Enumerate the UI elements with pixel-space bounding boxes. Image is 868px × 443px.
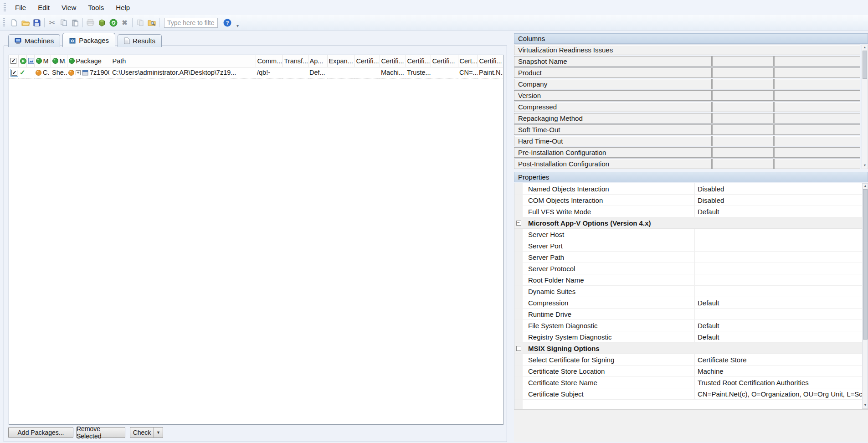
- menu-edit[interactable]: Edit: [32, 2, 56, 13]
- columns-scrollbar[interactable]: ▲ ▼: [862, 45, 868, 169]
- columns-row[interactable]: Soft Time-Out: [514, 124, 712, 135]
- property-row[interactable]: Server Port: [514, 240, 862, 252]
- tab-packages[interactable]: Packages: [62, 33, 115, 47]
- columns-row-cell[interactable]: [774, 56, 860, 67]
- property-row[interactable]: Server Host: [514, 229, 862, 240]
- check-dropdown-button[interactable]: ▼: [154, 427, 163, 438]
- columns-row-cell[interactable]: [712, 136, 774, 146]
- check-button[interactable]: Check: [130, 427, 154, 438]
- columns-row[interactable]: Virtualization Readiness Issues: [514, 45, 860, 55]
- property-row[interactable]: Server Path: [514, 252, 862, 263]
- help-button[interactable]: ?: [221, 17, 233, 28]
- property-value[interactable]: Default: [694, 331, 862, 342]
- property-value[interactable]: [694, 229, 862, 240]
- property-value[interactable]: Disabled: [694, 183, 862, 194]
- columns-row-cell[interactable]: [712, 124, 774, 135]
- expand-plus-icon[interactable]: +: [76, 70, 81, 75]
- copy-results-button[interactable]: [134, 17, 146, 28]
- property-value[interactable]: [694, 274, 862, 285]
- certificate-column-header-4[interactable]: Certifi...: [431, 55, 458, 67]
- menu-tools[interactable]: Tools: [82, 2, 110, 13]
- columns-row-cell[interactable]: [712, 159, 774, 169]
- columns-row[interactable]: Product: [514, 67, 712, 78]
- property-value[interactable]: Trusted Root Certification Authorities: [694, 377, 862, 388]
- columns-row[interactable]: Hard Time-Out: [514, 136, 712, 146]
- columns-row[interactable]: Repackaging Method: [514, 113, 712, 124]
- scrollbar-thumb[interactable]: [863, 51, 867, 79]
- certificate-column-header-2[interactable]: Certifi...: [380, 55, 406, 67]
- collapse-minus-icon[interactable]: −: [516, 346, 521, 351]
- add-packages-button[interactable]: Add Packages...: [8, 427, 73, 438]
- property-value[interactable]: Machine: [694, 366, 862, 376]
- collapse-minus-icon[interactable]: −: [516, 221, 521, 226]
- path-column-header[interactable]: Path: [111, 55, 256, 67]
- cut-button[interactable]: ✂: [46, 17, 58, 28]
- columns-row-cell[interactable]: [712, 56, 774, 67]
- properties-scrollbar[interactable]: ▲ ▼: [862, 183, 868, 409]
- row-checkbox-cell[interactable]: ✓: [9, 67, 18, 78]
- copy-button[interactable]: [58, 17, 69, 28]
- property-row[interactable]: File System DiagnosticDefault: [514, 320, 862, 331]
- property-row[interactable]: Runtime Drive: [514, 309, 862, 320]
- property-value[interactable]: Default: [694, 320, 862, 331]
- columns-row-cell[interactable]: [712, 67, 774, 78]
- print-button[interactable]: [85, 17, 96, 28]
- certificate-column-header-5[interactable]: Cert...: [458, 55, 478, 67]
- property-value[interactable]: CN=Paint.Net(c), O=Organization, OU=Org …: [694, 388, 862, 399]
- property-row[interactable]: Root Folder Name: [514, 274, 862, 286]
- scroll-down-icon[interactable]: ▼: [864, 403, 867, 408]
- property-value[interactable]: [694, 252, 862, 263]
- property-value[interactable]: [694, 286, 862, 297]
- tab-results[interactable]: Results: [118, 34, 162, 47]
- image-column-header[interactable]: [26, 55, 34, 67]
- property-row[interactable]: Registry System DiagnosticDefault: [514, 331, 862, 343]
- paste-button[interactable]: [69, 17, 81, 28]
- open-button[interactable]: [20, 17, 31, 28]
- property-row[interactable]: Select Certificate for SigningCertificat…: [514, 354, 862, 366]
- remove-selected-button[interactable]: Remove Selected: [76, 427, 125, 438]
- columns-row[interactable]: Compressed: [514, 102, 712, 112]
- columns-row-cell[interactable]: [774, 159, 860, 169]
- columns-row-cell[interactable]: [774, 113, 860, 124]
- columns-row[interactable]: Pre-Installation Configuration: [514, 147, 712, 158]
- select-all-checkbox-header[interactable]: ✓: [9, 55, 18, 67]
- property-value[interactable]: Default: [694, 206, 862, 217]
- columns-row-cell[interactable]: [774, 79, 860, 89]
- build-button[interactable]: [96, 17, 108, 28]
- property-row[interactable]: COM Objects InteractionDisabled: [514, 195, 862, 206]
- property-value[interactable]: [694, 309, 862, 319]
- columns-row-cell[interactable]: [774, 147, 860, 158]
- toolbar-grip[interactable]: [4, 3, 6, 12]
- menu-help[interactable]: Help: [110, 2, 136, 13]
- scroll-up-icon[interactable]: ▲: [863, 45, 867, 51]
- columns-row-cell[interactable]: [774, 67, 860, 78]
- columns-row-cell[interactable]: [712, 102, 774, 112]
- property-value[interactable]: [694, 240, 862, 251]
- filter-input[interactable]: [164, 18, 218, 28]
- scroll-up-icon[interactable]: ▲: [864, 184, 867, 189]
- property-row[interactable]: Named Objects InteractionDisabled: [514, 183, 862, 195]
- columns-row-cell[interactable]: [774, 102, 860, 112]
- scroll-down-icon[interactable]: ▼: [863, 163, 867, 169]
- property-value[interactable]: Default: [694, 297, 862, 308]
- status-column-header[interactable]: [18, 55, 26, 67]
- checkbox-checked[interactable]: ✓: [11, 70, 17, 76]
- property-value[interactable]: Certificate Store: [694, 354, 862, 365]
- columns-row-cell[interactable]: [774, 90, 860, 101]
- checkbox-checked[interactable]: ✓: [10, 58, 16, 64]
- search-folder-button[interactable]: [146, 17, 157, 28]
- transform-column-header[interactable]: Transf...: [282, 55, 308, 67]
- columns-row-cell[interactable]: [774, 124, 860, 135]
- certificate-column-header-3[interactable]: Certifi...: [406, 55, 431, 67]
- columns-row[interactable]: Version: [514, 90, 712, 101]
- scrollbar-thumb[interactable]: [863, 189, 868, 340]
- property-row[interactable]: Full VFS Write ModeDefault: [514, 206, 862, 217]
- toolbar-overflow-button[interactable]: ▾: [236, 23, 239, 30]
- property-row[interactable]: Certificate SubjectCN=Paint.Net(c), O=Or…: [514, 388, 862, 400]
- property-row[interactable]: Server Protocol: [514, 263, 862, 274]
- expand-column-header[interactable]: Expan...: [327, 55, 354, 67]
- machine-column-header-2[interactable]: M..: [51, 55, 67, 67]
- app-column-header[interactable]: Ap...: [308, 55, 327, 67]
- columns-row-cell[interactable]: [712, 79, 774, 89]
- command-column-header[interactable]: Comm...: [256, 55, 282, 67]
